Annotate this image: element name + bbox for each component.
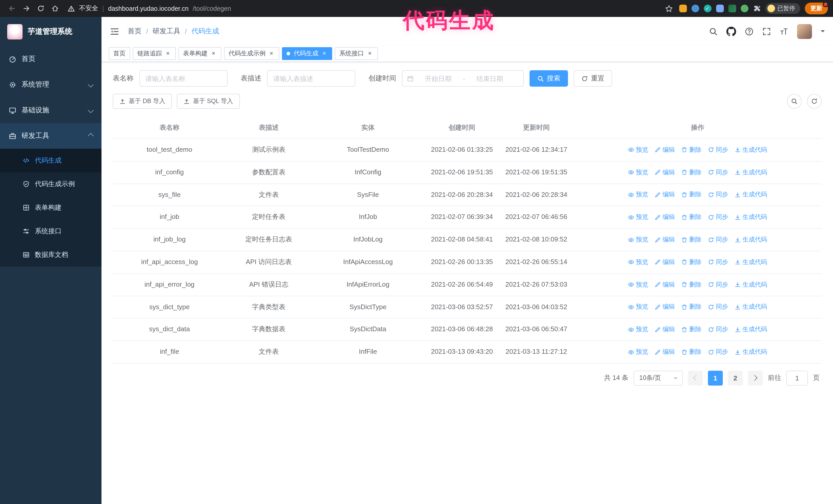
goto-page-input[interactable] bbox=[786, 371, 808, 386]
import-db-button[interactable]: 基于 DB 导入 bbox=[113, 94, 172, 109]
delete-action[interactable]: 删除 bbox=[682, 347, 701, 357]
edit-action[interactable]: 编辑 bbox=[655, 280, 675, 289]
date-start-input[interactable] bbox=[416, 74, 461, 83]
breadcrumb-home[interactable]: 首页 bbox=[128, 27, 142, 36]
sync-action[interactable]: 同步 bbox=[708, 347, 728, 357]
edit-action[interactable]: 编辑 bbox=[655, 302, 675, 312]
sidebar-logo[interactable]: 芋道管理系统 bbox=[0, 17, 101, 46]
tab-codegen[interactable]: 代码生成× bbox=[282, 47, 332, 60]
generate-code-action[interactable]: 生成代码 bbox=[735, 190, 767, 200]
sync-action[interactable]: 同步 bbox=[708, 167, 728, 177]
close-icon[interactable]: × bbox=[321, 50, 328, 57]
help-icon[interactable] bbox=[745, 27, 754, 35]
page-button-1[interactable]: 1 bbox=[708, 371, 723, 386]
edit-action[interactable]: 编辑 bbox=[655, 325, 675, 334]
import-sql-button[interactable]: 基于 SQL 导入 bbox=[177, 94, 240, 109]
close-icon[interactable]: × bbox=[268, 50, 275, 57]
date-range-picker[interactable]: - bbox=[402, 70, 524, 87]
preview-action[interactable]: 预览 bbox=[628, 257, 648, 267]
generate-code-action[interactable]: 生成代码 bbox=[735, 280, 767, 289]
generate-code-action[interactable]: 生成代码 bbox=[735, 347, 767, 357]
generate-code-action[interactable]: 生成代码 bbox=[735, 257, 767, 267]
sync-action[interactable]: 同步 bbox=[708, 145, 728, 155]
search-button[interactable]: 搜索 bbox=[529, 70, 568, 87]
sync-action[interactable]: 同步 bbox=[708, 212, 728, 222]
browser-back-button[interactable] bbox=[5, 2, 19, 15]
edit-action[interactable]: 编辑 bbox=[655, 145, 675, 155]
delete-action[interactable]: 删除 bbox=[682, 167, 701, 177]
table-desc-input[interactable] bbox=[267, 70, 355, 87]
profile-badge[interactable]: 已暂停 bbox=[765, 3, 800, 14]
generate-code-action[interactable]: 生成代码 bbox=[735, 325, 767, 334]
next-page-button[interactable] bbox=[748, 371, 763, 386]
bookmark-star-icon[interactable] bbox=[665, 4, 673, 13]
preview-action[interactable]: 预览 bbox=[628, 167, 648, 177]
sidebar-fold-icon[interactable] bbox=[110, 26, 119, 36]
refresh-table-button[interactable] bbox=[807, 94, 822, 109]
delete-action[interactable]: 删除 bbox=[682, 302, 701, 312]
tab-system-api[interactable]: 系统接口× bbox=[335, 47, 378, 60]
date-end-input[interactable] bbox=[467, 74, 513, 83]
preview-action[interactable]: 预览 bbox=[628, 145, 648, 155]
sidebar-item-dev-tools[interactable]: 研发工具 bbox=[0, 123, 101, 149]
page-size-select[interactable]: 10条/页 bbox=[634, 371, 683, 386]
extensions-puzzle-icon[interactable] bbox=[753, 5, 760, 12]
security-label[interactable]: 不安全 bbox=[79, 4, 98, 13]
tab-form-builder[interactable]: 表单构建× bbox=[178, 47, 221, 60]
tab-codegen-example[interactable]: 代码生成示例× bbox=[224, 47, 279, 60]
edit-action[interactable]: 编辑 bbox=[655, 212, 675, 222]
generate-code-action[interactable]: 生成代码 bbox=[735, 212, 767, 222]
browser-home-button[interactable] bbox=[48, 2, 62, 15]
sidebar-item-system-management[interactable]: 系统管理 bbox=[0, 72, 101, 97]
delete-action[interactable]: 删除 bbox=[682, 145, 701, 155]
sidebar-item-codegen[interactable]: 代码生成 bbox=[0, 149, 101, 172]
preview-action[interactable]: 预览 bbox=[628, 302, 648, 312]
sync-action[interactable]: 同步 bbox=[708, 257, 728, 267]
extension-icon-5[interactable] bbox=[728, 5, 736, 12]
preview-action[interactable]: 预览 bbox=[628, 190, 648, 200]
extension-icon-3[interactable]: ✓ bbox=[704, 5, 711, 12]
extension-icon-2[interactable] bbox=[691, 5, 699, 12]
extension-icon-1[interactable] bbox=[679, 5, 687, 12]
preview-action[interactable]: 预览 bbox=[628, 280, 648, 289]
sync-action[interactable]: 同步 bbox=[708, 302, 728, 312]
search-icon[interactable] bbox=[709, 27, 718, 35]
sync-action[interactable]: 同步 bbox=[708, 325, 728, 334]
delete-action[interactable]: 删除 bbox=[682, 235, 701, 245]
user-avatar[interactable] bbox=[797, 24, 812, 39]
edit-action[interactable]: 编辑 bbox=[655, 190, 675, 200]
edit-action[interactable]: 编辑 bbox=[655, 167, 675, 177]
page-button-2[interactable]: 2 bbox=[728, 371, 743, 386]
edit-action[interactable]: 编辑 bbox=[655, 347, 675, 357]
avatar-caret-icon[interactable] bbox=[821, 30, 825, 34]
toggle-search-button[interactable] bbox=[787, 94, 802, 109]
generate-code-action[interactable]: 生成代码 bbox=[735, 145, 767, 155]
delete-action[interactable]: 删除 bbox=[682, 325, 701, 334]
font-size-icon[interactable] bbox=[780, 27, 788, 35]
sync-action[interactable]: 同步 bbox=[708, 280, 728, 289]
breadcrumb-dev-tools[interactable]: 研发工具 bbox=[153, 27, 181, 36]
sidebar-item-db-doc[interactable]: 数据库文档 bbox=[0, 243, 101, 267]
sidebar-item-infrastructure[interactable]: 基础设施 bbox=[0, 97, 101, 123]
tab-home[interactable]: 首页 bbox=[109, 47, 130, 60]
extension-icon-6[interactable] bbox=[740, 5, 748, 12]
browser-update-button[interactable]: 更新 bbox=[805, 3, 828, 14]
generate-code-action[interactable]: 生成代码 bbox=[735, 302, 767, 312]
edit-action[interactable]: 编辑 bbox=[655, 257, 675, 267]
delete-action[interactable]: 删除 bbox=[682, 257, 701, 267]
sidebar-item-codegen-example[interactable]: 代码生成示例 bbox=[0, 172, 101, 196]
delete-action[interactable]: 删除 bbox=[682, 212, 701, 222]
close-icon[interactable]: × bbox=[366, 50, 373, 57]
preview-action[interactable]: 预览 bbox=[628, 235, 648, 245]
fullscreen-icon[interactable] bbox=[762, 27, 771, 35]
edit-action[interactable]: 编辑 bbox=[655, 235, 675, 245]
delete-action[interactable]: 删除 bbox=[682, 190, 701, 200]
reset-button[interactable]: 重置 bbox=[574, 70, 612, 87]
sync-action[interactable]: 同步 bbox=[708, 235, 728, 245]
tab-trace[interactable]: 链路追踪× bbox=[133, 47, 176, 60]
browser-forward-button[interactable] bbox=[20, 2, 33, 15]
preview-action[interactable]: 预览 bbox=[628, 325, 648, 334]
generate-code-action[interactable]: 生成代码 bbox=[735, 167, 767, 177]
table-name-input[interactable] bbox=[139, 70, 227, 87]
browser-reload-button[interactable] bbox=[34, 2, 47, 15]
